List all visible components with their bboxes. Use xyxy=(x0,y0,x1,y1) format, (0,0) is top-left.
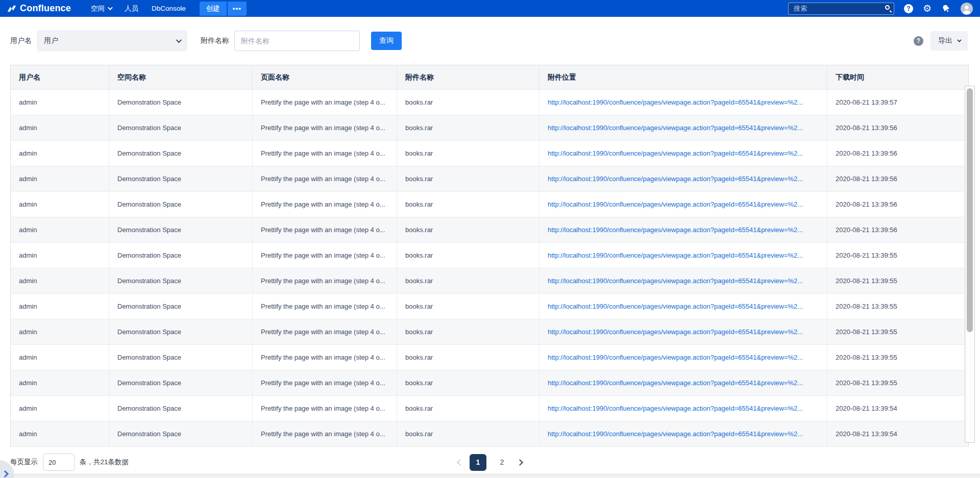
cell-attachment-link[interactable]: http://localhost:1990/confluence/pages/v… xyxy=(540,90,827,115)
footer-bar: 每页显示 条，共21条数据 1 2 xyxy=(0,447,980,477)
cell-attachment-link[interactable]: http://localhost:1990/confluence/pages/v… xyxy=(540,319,827,345)
downloads-table-container: 用户名 空间名称 页面名称 附件名称 附件位置 下载时间 admin Demon… xyxy=(10,65,968,447)
cell-download-time: 2020-08-21 13:39:54 xyxy=(827,396,969,421)
table-row: admin Demonstration Space Prettify the p… xyxy=(11,370,969,396)
col-header-page: 页面名称 xyxy=(253,65,397,90)
cell-username: admin xyxy=(11,90,109,115)
search-icon[interactable] xyxy=(885,5,890,10)
col-header-time: 下载时间 xyxy=(827,65,969,90)
cell-attachment-name: books.rar xyxy=(397,345,540,370)
cell-attachment-name: books.rar xyxy=(397,243,540,268)
cell-page-name: Prettify the page with an image (step 4 … xyxy=(253,115,397,141)
chevron-right-icon xyxy=(2,470,9,477)
cell-download-time: 2020-08-21 13:39:55 xyxy=(827,268,969,294)
cell-attachment-link[interactable]: http://localhost:1990/confluence/pages/v… xyxy=(540,370,827,396)
page-button-2[interactable]: 2 xyxy=(494,454,510,471)
user-avatar[interactable] xyxy=(961,3,973,15)
attachment-filter-label: 附件名称 xyxy=(201,36,229,45)
cell-attachment-link[interactable]: http://localhost:1990/confluence/pages/v… xyxy=(540,268,827,294)
vertical-scrollbar-thumb[interactable] xyxy=(967,88,973,332)
cell-page-name: Prettify the page with an image (step 4 … xyxy=(253,243,397,268)
confluence-logo[interactable]: Confluence xyxy=(7,3,71,14)
cell-download-time: 2020-08-21 13:39:56 xyxy=(827,166,969,192)
col-header-space: 空间名称 xyxy=(109,65,253,90)
nav-item-spaces-label: 空间 xyxy=(91,4,105,13)
cell-attachment-link[interactable]: http://localhost:1990/confluence/pages/v… xyxy=(540,115,827,141)
cell-space-name: Demonstration Space xyxy=(109,319,253,345)
cell-space-name: Demonstration Space xyxy=(109,396,253,421)
query-button[interactable]: 查询 xyxy=(371,32,402,50)
cell-attachment-link[interactable]: http://localhost:1990/confluence/pages/v… xyxy=(540,243,827,268)
cell-attachment-name: books.rar xyxy=(397,294,540,319)
username-select[interactable]: 用户 xyxy=(37,30,187,52)
table-row: admin Demonstration Space Prettify the p… xyxy=(11,319,969,345)
cell-download-time: 2020-08-21 13:39:56 xyxy=(827,217,969,243)
cell-download-time: 2020-08-21 13:39:55 xyxy=(827,243,969,268)
cell-attachment-link[interactable]: http://localhost:1990/confluence/pages/v… xyxy=(540,192,827,217)
next-page-icon[interactable] xyxy=(517,459,523,466)
cell-space-name: Demonstration Space xyxy=(109,141,253,166)
col-header-username: 用户名 xyxy=(11,65,109,90)
help-icon[interactable]: ? xyxy=(904,4,913,13)
cell-attachment-link[interactable]: http://localhost:1990/confluence/pages/v… xyxy=(540,345,827,370)
cell-download-time: 2020-08-21 13:39:55 xyxy=(827,370,969,396)
cell-username: admin xyxy=(11,370,109,396)
cell-attachment-link[interactable]: http://localhost:1990/confluence/pages/v… xyxy=(540,166,827,192)
nav-button-group: 创建 ••• xyxy=(200,2,247,16)
cell-username: admin xyxy=(11,345,109,370)
cell-download-time: 2020-08-21 13:39:54 xyxy=(827,421,969,447)
prev-page-icon[interactable] xyxy=(457,459,463,466)
attachment-name-input[interactable] xyxy=(234,31,360,51)
cell-attachment-name: books.rar xyxy=(397,141,540,166)
cell-username: admin xyxy=(11,141,109,166)
cell-space-name: Demonstration Space xyxy=(109,217,253,243)
cell-attachment-name: books.rar xyxy=(397,166,540,192)
cell-attachment-link[interactable]: http://localhost:1990/confluence/pages/v… xyxy=(540,141,827,166)
cell-attachment-name: books.rar xyxy=(397,370,540,396)
help-icon-gray[interactable]: ? xyxy=(914,36,923,46)
more-options-button[interactable]: ••• xyxy=(228,2,247,16)
table-row: admin Demonstration Space Prettify the p… xyxy=(11,166,969,192)
cell-attachment-link[interactable]: http://localhost:1990/confluence/pages/v… xyxy=(540,294,827,319)
logo-text: Confluence xyxy=(20,3,71,14)
table-row: admin Demonstration Space Prettify the p… xyxy=(11,217,969,243)
cell-page-name: Prettify the page with an image (step 4 … xyxy=(253,421,397,447)
cell-page-name: Prettify the page with an image (step 4 … xyxy=(253,90,397,115)
cell-attachment-name: books.rar xyxy=(397,192,540,217)
cell-space-name: Demonstration Space xyxy=(109,166,253,192)
cell-username: admin xyxy=(11,396,109,421)
notifications-bell-icon[interactable] xyxy=(941,4,951,13)
page-button-1[interactable]: 1 xyxy=(470,454,486,471)
create-button[interactable]: 创建 xyxy=(200,2,227,16)
cell-username: admin xyxy=(11,192,109,217)
total-count-label: 条，共21条数据 xyxy=(80,458,129,467)
cell-username: admin xyxy=(11,421,109,447)
cell-page-name: Prettify the page with an image (step 4 … xyxy=(253,396,397,421)
pagination: 1 2 xyxy=(458,454,522,471)
search-input[interactable] xyxy=(788,3,894,15)
nav-item-people[interactable]: 人员 xyxy=(125,4,138,13)
cell-download-time: 2020-08-21 13:39:56 xyxy=(827,141,969,166)
table-row: admin Demonstration Space Prettify the p… xyxy=(11,268,969,294)
nav-item-spaces[interactable]: 空间 xyxy=(91,4,111,13)
vertical-scrollbar[interactable] xyxy=(965,86,975,443)
cell-attachment-name: books.rar xyxy=(397,115,540,141)
downloads-table: 用户名 空间名称 页面名称 附件名称 附件位置 下载时间 admin Demon… xyxy=(10,65,969,447)
confluence-logo-icon xyxy=(7,4,16,13)
nav-item-dbconsole[interactable]: DbConsole xyxy=(152,5,186,12)
cell-username: admin xyxy=(11,243,109,268)
cell-page-name: Prettify the page with an image (step 4 … xyxy=(253,166,397,192)
cell-attachment-link[interactable]: http://localhost:1990/confluence/pages/v… xyxy=(540,421,827,447)
cell-attachment-name: books.rar xyxy=(397,90,540,115)
cell-attachment-link[interactable]: http://localhost:1990/confluence/pages/v… xyxy=(540,217,827,243)
horizontal-scrollbar-track[interactable] xyxy=(0,474,980,478)
cell-space-name: Demonstration Space xyxy=(109,370,253,396)
export-button[interactable]: 导出 xyxy=(930,31,968,51)
cell-username: admin xyxy=(11,166,109,192)
per-page-label: 每页显示 xyxy=(10,458,38,467)
cell-page-name: Prettify the page with an image (step 4 … xyxy=(253,370,397,396)
cell-attachment-link[interactable]: http://localhost:1990/confluence/pages/v… xyxy=(540,396,827,421)
gear-icon[interactable]: ⚙ xyxy=(923,4,932,13)
per-page-input[interactable] xyxy=(43,454,75,471)
filter-bar: 用户名 用户 附件名称 查询 ? 导出 xyxy=(0,17,980,65)
